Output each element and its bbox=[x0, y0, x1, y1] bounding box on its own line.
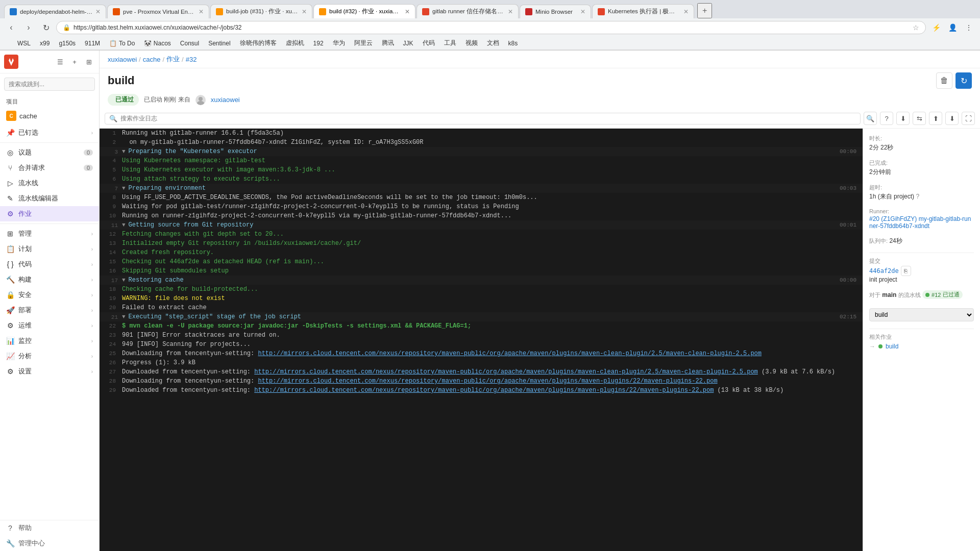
sidebar-item-manage[interactable]: ⊞ 管理 › bbox=[0, 226, 99, 241]
sidebar-item-deploy[interactable]: 🚀 部署 › bbox=[0, 303, 99, 318]
sidebar-item-pipeline[interactable]: ▷ 流水线 bbox=[0, 176, 99, 191]
sidebar-search-input[interactable] bbox=[4, 78, 95, 91]
sidebar-item-pipeline-editor[interactable]: ✎ 流水线编辑器 bbox=[0, 191, 99, 206]
sidebar-item-merge-requests[interactable]: ⑂ 合并请求 0 bbox=[0, 160, 99, 176]
new-item-button[interactable]: + bbox=[68, 56, 81, 68]
tab-1[interactable]: deploy/dependabot-helm-ir... ✕ bbox=[4, 5, 106, 18]
tab-close-6[interactable]: ✕ bbox=[580, 8, 585, 15]
commit-hash-link[interactable]: 446af2de bbox=[869, 267, 899, 274]
bookmark-jjk[interactable]: JJK bbox=[399, 39, 418, 48]
address-bar[interactable]: 🔒 https://gitlab.test.helm.xuxiaowei.cn/… bbox=[56, 21, 926, 34]
sidebar-search[interactable] bbox=[0, 73, 99, 95]
bookmark-x99[interactable]: x99 bbox=[36, 39, 54, 48]
bookmark-vm[interactable]: 虚拟机 bbox=[282, 38, 308, 48]
tab-close-7[interactable]: ✕ bbox=[683, 8, 689, 15]
runner-link[interactable]: #20 (Z1GihFdZY) my-gitlab-gitlab-runner-… bbox=[869, 215, 971, 230]
username-link[interactable]: xuxiaowei bbox=[211, 96, 240, 104]
bookmark-192[interactable]: 192 bbox=[309, 39, 328, 48]
settings-button[interactable]: ⋮ bbox=[962, 20, 976, 35]
sidebar-item-code[interactable]: { } 代码 › bbox=[0, 257, 99, 272]
tab-close-3[interactable]: ✕ bbox=[302, 8, 307, 15]
sidebar-item-admin[interactable]: 🔧 管理中心 bbox=[0, 536, 99, 551]
log-download-button[interactable]: ⬇ bbox=[896, 112, 910, 125]
log-search-input[interactable] bbox=[120, 115, 856, 122]
tab-7[interactable]: Kubernetes 执行器 | 极狐Git... ✕ bbox=[592, 4, 694, 18]
sidebar-item-monitor[interactable]: 📊 监控 › bbox=[0, 333, 99, 348]
bookmark-star-icon[interactable]: ☆ bbox=[913, 23, 919, 32]
sidebar-item-plan[interactable]: 📋 计划 › bbox=[0, 241, 99, 257]
bookmark-sentinel[interactable]: Sentinel bbox=[204, 39, 234, 48]
sidebar-item-help[interactable]: ? 帮助 bbox=[0, 520, 99, 536]
sidebar-item-pinned[interactable]: 📌 已钉选 › bbox=[0, 125, 99, 140]
log-wrap-button[interactable]: ⇆ bbox=[913, 112, 926, 125]
log-section-header-restoring-cache[interactable]: 17 ▼ Restoring cache 00:00 bbox=[100, 276, 863, 285]
tab-close-4[interactable]: ✕ bbox=[405, 8, 410, 15]
sidebar-item-security[interactable]: 🔒 安全 › bbox=[0, 287, 99, 303]
breadcrumb-xuxiaowei[interactable]: xuxiaowei bbox=[108, 56, 137, 63]
pipeline-badge[interactable]: #12 已过通 bbox=[922, 290, 963, 299]
tab-close-2[interactable]: ✕ bbox=[199, 8, 204, 15]
bookmark-blog[interactable]: 徐晓伟的博客 bbox=[236, 38, 281, 48]
bookmark-tools[interactable]: 工具 bbox=[440, 38, 460, 48]
profile-button[interactable]: 👤 bbox=[945, 20, 960, 35]
log-help-button[interactable]: ? bbox=[880, 112, 893, 125]
log-container[interactable]: 1 Running with gitlab-runner 16.6.1 (f5d… bbox=[100, 129, 863, 551]
copy-commit-button[interactable]: ⎘ bbox=[901, 266, 911, 276]
log-scroll-top-button[interactable]: ⬆ bbox=[929, 112, 942, 125]
retry-button[interactable]: ↻ bbox=[955, 72, 972, 89]
bookmark-huawei[interactable]: 华为 bbox=[329, 38, 349, 48]
bookmark-g150s[interactable]: g150s bbox=[55, 39, 80, 48]
log-link-27[interactable]: http://mirrors.cloud.tencent.com/nexus/r… bbox=[254, 368, 758, 375]
bookmark-aliyun[interactable]: 阿里云 bbox=[350, 38, 377, 48]
log-section-header-step-script[interactable]: 21 ▼ Executing "step_script" stage of th… bbox=[100, 312, 863, 321]
bookmark-todo[interactable]: 📋 To Do bbox=[105, 39, 139, 48]
tab-6[interactable]: Minio Browser ✕ bbox=[520, 5, 591, 18]
bookmark-nacos[interactable]: 🐼 Nacos bbox=[140, 39, 175, 48]
bookmark-consul[interactable]: Consul bbox=[176, 39, 203, 48]
log-section-header-preparing-executor[interactable]: 3 ▼ Preparing the "Kubernetes" executor … bbox=[100, 147, 863, 156]
log-link-25[interactable]: http://mirrors.cloud.tencent.com/nexus/r… bbox=[258, 350, 762, 357]
forward-button[interactable]: › bbox=[21, 20, 36, 35]
log-search-container[interactable]: 🔍 bbox=[105, 113, 861, 124]
bookmark-video[interactable]: 视频 bbox=[461, 38, 482, 48]
stage-select[interactable]: build bbox=[869, 308, 974, 321]
sidebar-item-build[interactable]: 🔨 构建 › bbox=[0, 272, 99, 287]
tab-2[interactable]: pve - Proxmox Virtual Envir... ✕ bbox=[107, 5, 209, 18]
bookmark-code[interactable]: 代码 bbox=[419, 38, 439, 48]
sidebar-item-jobs[interactable]: ⚙ 作业 bbox=[0, 206, 99, 221]
bookmark-k8s[interactable]: k8s bbox=[504, 39, 522, 48]
log-fullscreen-button[interactable]: ⛶ bbox=[962, 112, 975, 125]
bookmark-wsl[interactable]: WSL bbox=[13, 39, 35, 48]
delete-button[interactable]: 🗑 bbox=[936, 72, 952, 89]
sidebar-item-settings[interactable]: ⚙ 设置 › bbox=[0, 364, 99, 379]
tab-5[interactable]: gitlab runner 信任存储名臣... ✕ bbox=[416, 4, 519, 18]
timeout-help-icon[interactable]: ? bbox=[916, 193, 919, 200]
sidebar-project-name[interactable]: C cache bbox=[0, 107, 99, 125]
log-link-29[interactable]: http://mirrors.cloud.tencent.com/nexus/r… bbox=[254, 387, 714, 394]
log-section-header-git-source[interactable]: 11 ▼ Getting source from Git repository … bbox=[100, 220, 863, 230]
bookmark-baidu-translate[interactable] bbox=[4, 42, 12, 44]
tab-close-1[interactable]: ✕ bbox=[95, 8, 101, 15]
tab-4[interactable]: build (#32) · 作业 · xuxiaowei ✕ bbox=[313, 4, 415, 18]
log-search-button[interactable]: 🔍 bbox=[864, 112, 877, 125]
breadcrumb-job-id[interactable]: #32 bbox=[186, 56, 197, 63]
log-scroll-bottom-button[interactable]: ⬇ bbox=[945, 112, 959, 125]
bookmark-911m[interactable]: 911M bbox=[81, 39, 104, 48]
new-tab-button[interactable]: + bbox=[697, 3, 712, 18]
log-section-header-preparing-env[interactable]: 7 ▼ Preparing environment 00:03 bbox=[100, 184, 863, 193]
bookmark-tencent[interactable]: 腾讯 bbox=[378, 38, 398, 48]
tab-3[interactable]: build-job (#31) · 作业 · xuxia... ✕ bbox=[210, 4, 312, 18]
breadcrumb-cache[interactable]: cache bbox=[143, 56, 161, 63]
sidebar-toggle-button[interactable]: ☰ bbox=[54, 56, 66, 68]
reload-button[interactable]: ↻ bbox=[39, 20, 53, 35]
tab-close-5[interactable]: ✕ bbox=[508, 8, 513, 15]
gitlab-logo[interactable] bbox=[4, 55, 18, 69]
log-link-28[interactable]: http://mirrors.cloud.tencent.com/nexus/r… bbox=[258, 378, 717, 385]
sidebar-item-issues[interactable]: ◎ 议题 0 bbox=[0, 145, 99, 160]
bookmark-docs[interactable]: 文档 bbox=[483, 38, 503, 48]
sidebar-item-analytics[interactable]: 📈 分析 › bbox=[0, 348, 99, 364]
sidebar-item-operate[interactable]: ⚙ 运维 › bbox=[0, 318, 99, 333]
breadcrumb-jobs[interactable]: 作业 bbox=[166, 55, 180, 64]
related-job-link[interactable]: build bbox=[886, 343, 898, 350]
back-button[interactable]: ‹ bbox=[4, 20, 18, 35]
